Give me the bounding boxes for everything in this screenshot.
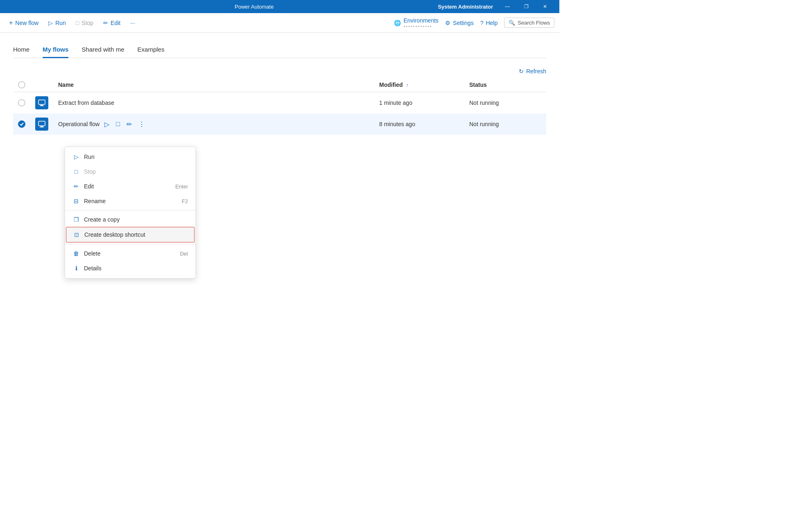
context-menu-label: Stop (84, 168, 96, 175)
context-menu-separator (65, 244, 195, 245)
tab-shared[interactable]: Shared with me (81, 43, 124, 58)
app-title: Power Automate (235, 4, 274, 10)
tab-my-flows[interactable]: My flows (43, 43, 68, 58)
context-menu-icon: ⊟ (72, 197, 80, 205)
context-menu-label: Run (84, 154, 95, 160)
edit-label: Edit (111, 20, 120, 26)
search-flows-box[interactable]: 🔍 Search Flows (504, 18, 554, 28)
table-row[interactable]: Extract from database1 minute agoNot run… (13, 92, 546, 114)
svg-rect-5 (40, 127, 44, 128)
context-menu-icon: ▷ (72, 153, 80, 161)
close-button[interactable]: ✕ (536, 0, 554, 13)
context-menu-separator (65, 210, 195, 211)
run-icon: ▷ (48, 20, 53, 26)
stop-icon: □ (76, 20, 79, 26)
environments-button[interactable]: 🌐 Environments •••••••••••• (394, 17, 439, 29)
context-menu-item-details[interactable]: ℹDetails (65, 261, 195, 276)
flow-name: Operational flow (58, 121, 100, 127)
row-run-button[interactable]: ▷ (104, 120, 109, 128)
environments-label: Environments (403, 17, 439, 24)
context-menu-item-stop: □Stop (65, 164, 195, 179)
new-flow-label: New flow (15, 20, 38, 26)
svg-rect-3 (38, 121, 45, 126)
table-header-row: Name Modified ↑ Status (13, 78, 546, 92)
more-icon: ··· (130, 20, 135, 26)
context-menu-label: Create desktop shortcut (84, 231, 145, 238)
context-menu-item-rename[interactable]: ⊟RenameF2 (65, 194, 195, 208)
row-checkbox[interactable] (18, 99, 25, 106)
stop-label: Stop (81, 20, 93, 26)
content-header: ↻ Refresh (13, 68, 546, 75)
run-button[interactable]: ▷ Run (44, 17, 70, 29)
sys-admin-label: System Administrator (438, 4, 493, 10)
flow-name: Extract from database (58, 100, 114, 106)
context-menu-shortcut: Enter (175, 183, 188, 190)
run-label: Run (55, 20, 66, 26)
more-button[interactable]: ··· (126, 17, 139, 29)
context-menu-item-run[interactable]: ▷Run (65, 149, 195, 164)
icon-col-header (30, 78, 53, 92)
svg-rect-4 (41, 126, 43, 127)
flow-status: Not running (464, 113, 546, 135)
context-menu-icon: ℹ (72, 265, 80, 272)
context-menu-item-delete[interactable]: 🗑DeleteDel (65, 246, 195, 261)
context-menu-label: Rename (84, 198, 106, 204)
context-menu-label: Edit (84, 183, 94, 190)
search-flows-label: Search Flows (518, 20, 550, 26)
refresh-icon: ↻ (519, 68, 524, 75)
svg-rect-2 (40, 106, 44, 106)
context-menu: ▷Run□Stop✏EditEnter⊟RenameF2❐Create a co… (65, 147, 196, 278)
plus-icon: + (9, 19, 13, 27)
flow-modified: 1 minute ago (374, 92, 464, 114)
row-checkbox[interactable] (18, 120, 25, 128)
select-all-header (13, 78, 30, 92)
select-all-checkbox[interactable] (18, 81, 25, 88)
settings-icon: ⚙ (445, 20, 450, 26)
row-actions: ▷□✏⋮ (104, 120, 145, 128)
refresh-label: Refresh (526, 68, 546, 75)
main-content: Home My flows Shared with me Examples ↻ … (0, 33, 559, 145)
tabs: Home My flows Shared with me Examples (13, 43, 546, 58)
settings-label: Settings (453, 20, 474, 26)
status-col-header: Status (464, 78, 546, 92)
context-menu-icon: ❐ (72, 216, 80, 223)
context-menu-item-create-desktop-shortcut[interactable]: ⊡Create desktop shortcut (66, 227, 195, 242)
table-row[interactable]: Operational flow▷□✏⋮8 minutes agoNot run… (13, 113, 546, 135)
help-icon: ? (480, 20, 484, 26)
context-menu-icon: ✏ (72, 183, 80, 190)
sort-icon: ↑ (406, 82, 408, 88)
environments-value: •••••••••••• (403, 24, 432, 29)
globe-icon: 🌐 (394, 20, 401, 26)
row-stop-button[interactable]: □ (116, 120, 120, 128)
context-menu-shortcut: Del (180, 251, 188, 257)
svg-rect-1 (41, 105, 43, 106)
flow-modified: 8 minutes ago (374, 113, 464, 135)
context-menu-label: Delete (84, 250, 100, 257)
context-menu-item-edit[interactable]: ✏EditEnter (65, 179, 195, 194)
context-menu-item-create-a-copy[interactable]: ❐Create a copy (65, 212, 195, 227)
row-more-button[interactable]: ⋮ (138, 120, 145, 128)
restore-button[interactable]: ❐ (517, 0, 536, 13)
tab-examples[interactable]: Examples (138, 43, 165, 58)
stop-button[interactable]: □ Stop (72, 17, 97, 29)
modified-col-header[interactable]: Modified ↑ (374, 78, 464, 92)
minimize-button[interactable]: — (498, 0, 517, 13)
new-flow-button[interactable]: + New flow (5, 17, 43, 29)
settings-button[interactable]: ⚙ Settings (445, 20, 474, 26)
context-menu-shortcut: F2 (182, 198, 188, 204)
refresh-button[interactable]: ↻ Refresh (519, 68, 546, 75)
help-label: Help (486, 20, 498, 26)
tab-home[interactable]: Home (13, 43, 29, 58)
search-icon: 🔍 (509, 20, 515, 26)
row-edit-button[interactable]: ✏ (127, 120, 132, 128)
edit-button[interactable]: ✏ Edit (99, 17, 124, 29)
context-menu-icon: □ (72, 168, 80, 175)
toolbar-right: 🌐 Environments •••••••••••• ⚙ Settings ?… (394, 17, 554, 29)
toolbar: + New flow ▷ Run □ Stop ✏ Edit ··· 🌐 Env… (0, 13, 559, 33)
edit-icon: ✏ (103, 20, 108, 26)
svg-rect-0 (38, 100, 45, 104)
help-button[interactable]: ? Help (480, 20, 498, 26)
context-menu-icon: 🗑 (72, 250, 80, 257)
flow-status: Not running (464, 92, 546, 114)
flow-icon (35, 118, 48, 131)
